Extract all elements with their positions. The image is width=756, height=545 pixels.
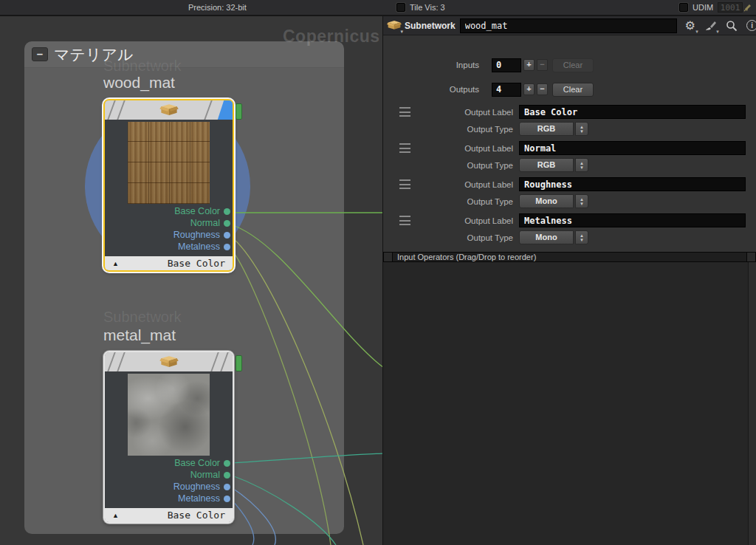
inputs-add-button[interactable]: +: [523, 59, 535, 71]
wood-template-flag[interactable]: [236, 103, 242, 120]
output-label-field[interactable]: [519, 177, 746, 191]
subnetwork-icon: [159, 103, 179, 118]
output-label-field[interactable]: [519, 141, 746, 155]
drag-handle-icon[interactable]: [399, 143, 410, 153]
metal-node-outputs: Base Color Normal Roughness Metalness: [105, 457, 233, 504]
output-row: Normal: [105, 469, 233, 481]
output-connector[interactable]: [224, 472, 230, 479]
wood-metalness-wire[interactable]: [230, 248, 331, 545]
spinner-arrows-icon[interactable]: ▲▼: [575, 194, 588, 208]
output-row: Roughness: [105, 229, 233, 241]
scrollbar-track[interactable]: [748, 262, 756, 545]
output-def-group: Output Label Output Type RGB ▲▼: [383, 105, 756, 136]
drag-handle-icon[interactable]: [399, 179, 410, 189]
pin-icon[interactable]: [743, 0, 753, 15]
subnetwork-icon[interactable]: ▾: [387, 19, 402, 32]
output-def-group: Output Label Output Type Mono ▲▼: [383, 213, 756, 244]
wood-normal-wire[interactable]: [230, 224, 382, 368]
output-type-dropdown[interactable]: Mono: [519, 194, 574, 208]
outputs-row: Outputs + − Clear: [383, 80, 756, 98]
subnetwork-icon: [159, 354, 179, 370]
output-label-field[interactable]: [519, 105, 746, 119]
input-operators-header: Input Operators (Drag/Drop to reorder): [393, 252, 746, 262]
inputs-clear-button[interactable]: Clear: [552, 58, 594, 72]
expand-triangle-icon[interactable]: ▲: [112, 512, 119, 519]
output-row: Roughness: [105, 481, 233, 493]
metal-active-output-bar[interactable]: ▲ Base Color: [105, 508, 233, 522]
outputs-label: Outputs: [383, 85, 487, 94]
display-flag[interactable]: [217, 100, 233, 120]
info-icon[interactable]: i: [745, 18, 756, 33]
node-wood-mat[interactable]: Base Color Normal Roughness Metalness ▲ …: [103, 99, 234, 272]
metal-template-flag[interactable]: [236, 355, 242, 371]
input-operators-section: Input Operators (Drag/Drop to reorder): [383, 252, 756, 545]
output-label-field[interactable]: [519, 213, 746, 227]
output-row: Normal: [105, 217, 233, 229]
udim-label: UDIM: [693, 3, 713, 12]
outputs-remove-button[interactable]: −: [537, 83, 548, 95]
network-editor[interactable]: – マテリアル Copernicus Subnetwork wood_mat S…: [0, 16, 382, 545]
precision-label: Precision: 32-bit: [188, 0, 247, 15]
output-type-dropdown[interactable]: RGB: [519, 122, 574, 136]
tile-vis-checkbox[interactable]: [396, 3, 405, 12]
output-connector[interactable]: [224, 460, 230, 467]
udim-checkbox[interactable]: [679, 3, 688, 12]
search-icon[interactable]: [724, 18, 739, 33]
parameter-panel-header: ▾ Subnetwork ⚙▾ ▾ i ?: [383, 16, 756, 35]
parameters: Inputs + − Clear Outputs + − Clear Outpu…: [383, 35, 756, 244]
metal-texture-thumbnail: [128, 374, 210, 456]
wood-node-header[interactable]: [105, 100, 233, 120]
spinner-arrows-icon[interactable]: ▲▼: [575, 122, 588, 136]
spinner-arrows-icon[interactable]: ▲▼: [575, 230, 588, 244]
output-def-group: Output Label Output Type Mono ▲▼: [383, 177, 756, 208]
output-connector[interactable]: [224, 244, 230, 250]
inputs-remove-button[interactable]: −: [537, 59, 548, 71]
output-def-group: Output Label Output Type RGB ▲▼: [383, 141, 756, 172]
io-right-button[interactable]: [746, 252, 756, 262]
output-type-dropdown[interactable]: RGB: [519, 158, 574, 172]
top-toolbar: Precision: 32-bit Tile Vis: 3 UDIM: [0, 0, 756, 16]
outputs-add-button[interactable]: +: [523, 83, 535, 95]
tile-vis-label: Tile Vis: 3: [410, 3, 445, 12]
input-operators-list[interactable]: [383, 262, 756, 545]
output-connector[interactable]: [224, 208, 230, 215]
node-name-field[interactable]: [460, 18, 677, 33]
expand-triangle-icon[interactable]: ▲: [112, 260, 119, 267]
drag-handle-icon[interactable]: [399, 216, 410, 225]
output-connector[interactable]: [224, 232, 230, 239]
drag-handle-icon[interactable]: [399, 107, 410, 117]
output-connector[interactable]: [224, 220, 230, 227]
metal-node-header[interactable]: [105, 352, 233, 371]
gear-icon[interactable]: ⚙▾: [683, 18, 698, 33]
output-connector[interactable]: [224, 484, 230, 490]
wood-texture-thumbnail: [128, 122, 210, 204]
output-row: Metalness: [105, 241, 233, 253]
output-row: Metalness: [105, 493, 233, 504]
output-row: Base Color: [105, 205, 233, 217]
outputs-count-field[interactable]: [492, 83, 521, 97]
udim-value-field[interactable]: [718, 2, 743, 13]
inputs-label: Inputs: [383, 61, 487, 69]
io-left-button[interactable]: [383, 252, 393, 262]
inputs-count-field[interactable]: [492, 58, 521, 72]
output-connector[interactable]: [224, 496, 230, 502]
brush-icon[interactable]: ▾: [704, 18, 718, 33]
output-type-dropdown[interactable]: Mono: [519, 230, 574, 244]
wood-active-output-bar[interactable]: ▲ Base Color: [105, 256, 233, 270]
node-metal-mat[interactable]: Base Color Normal Roughness Metalness ▲ …: [103, 351, 234, 524]
output-row: Base Color: [105, 457, 233, 469]
outputs-clear-button[interactable]: Clear: [552, 83, 594, 97]
node-type-label: Subnetwork: [405, 21, 456, 31]
parameter-panel: ▾ Subnetwork ⚙▾ ▾ i ? In: [382, 16, 756, 545]
inputs-row: Inputs + − Clear: [383, 56, 756, 74]
metal-basecolor-wire[interactable]: [230, 453, 382, 463]
metal-normal-wire[interactable]: [230, 475, 336, 545]
metal-roughness-wire[interactable]: [230, 487, 275, 545]
wood-node-outputs: Base Color Normal Roughness Metalness: [105, 205, 233, 253]
tile-vis-control: Tile Vis: 3: [396, 0, 445, 15]
udim-control: UDIM: [679, 0, 743, 15]
spinner-arrows-icon[interactable]: ▲▼: [575, 158, 588, 172]
